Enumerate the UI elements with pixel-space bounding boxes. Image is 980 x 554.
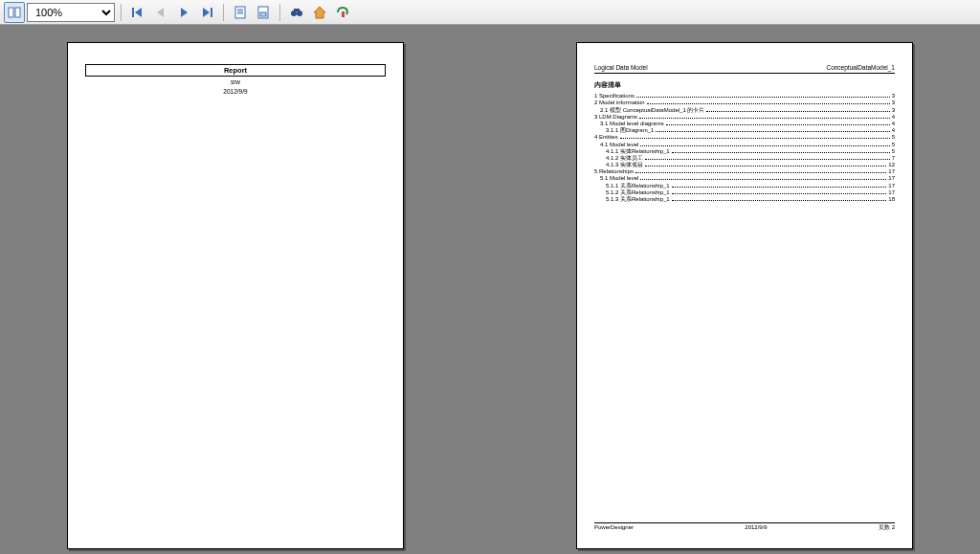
toc-leader <box>666 124 890 125</box>
footer-right: 页数 2 <box>879 524 895 531</box>
toc-label: 3.1 Model level diagrams <box>600 121 664 127</box>
toc-row: 4.1 Model level5 <box>594 142 895 148</box>
toc-row: 5.1.2 关系Relationship_117 <box>594 189 895 196</box>
toggle-two-page-button[interactable] <box>4 2 25 23</box>
page-setup-button[interactable] <box>230 2 251 23</box>
print-preview-icon <box>256 5 271 20</box>
toc-list: 1 Specifications32 Model information32.1… <box>594 93 895 203</box>
toc-leader <box>672 200 887 201</box>
toc-page-number: 17 <box>888 189 895 196</box>
toc-row: 4.1.2 实体员工7 <box>594 155 895 162</box>
toc-label: 5.1.3 关系Relationship_1 <box>606 196 670 203</box>
page-header: Logical Data Model ConceptualDataModel_1 <box>594 64 895 74</box>
toc-leader <box>656 131 889 132</box>
header-right: ConceptualDataModel_1 <box>826 64 895 72</box>
footer-left: PowerDesigner <box>594 524 634 531</box>
toc-row: 5 Relationships17 <box>594 168 895 175</box>
svg-rect-3 <box>211 8 212 17</box>
prev-page-button[interactable] <box>150 2 171 23</box>
toc-label: 3.1.1 图Diagram_1 <box>606 127 654 134</box>
close-preview-button[interactable] <box>332 2 353 23</box>
separator <box>121 4 122 21</box>
toc-label: 5.1.1 关系Relationship_1 <box>606 183 670 189</box>
svg-rect-0 <box>9 8 13 17</box>
toc-page-number: 12 <box>888 162 895 168</box>
toc-row: 3.1 Model level diagrams4 <box>594 121 895 127</box>
page-2: Logical Data Model ConceptualDataModel_1… <box>576 42 913 549</box>
page-setup-icon <box>233 5 248 20</box>
toc-page-number: 3 <box>892 107 895 114</box>
next-page-icon <box>176 5 191 20</box>
toc-page-number: 4 <box>892 114 895 121</box>
prev-page-icon <box>153 5 168 20</box>
toc-page-number: 17 <box>888 168 895 175</box>
toc-page-number: 4 <box>892 121 895 127</box>
report-date: 2012/9/9 <box>85 88 386 96</box>
toc-leader <box>672 152 890 153</box>
svg-rect-4 <box>235 7 245 18</box>
toc-label: 5 Relationships <box>594 168 634 175</box>
toc-page-number: 4 <box>892 127 895 134</box>
page-footer: PowerDesigner 2012/9/9 页数 2 <box>594 522 895 531</box>
toc-leader <box>672 187 887 188</box>
toc-page-number: 18 <box>888 196 895 203</box>
toc-leader <box>636 97 890 98</box>
toc-label: 4.1.3 实体项目 <box>606 162 643 168</box>
toc-label: 2 Model information <box>594 100 645 106</box>
toc-leader <box>645 166 886 166</box>
binoculars-icon <box>289 5 304 20</box>
pages-row: Report srw 2012/9/9 Logical Data Model C… <box>0 25 980 554</box>
page-1: Report srw 2012/9/9 <box>67 42 404 549</box>
pages-icon <box>7 5 22 20</box>
next-page-button[interactable] <box>173 2 194 23</box>
toc-leader <box>706 111 889 112</box>
toc-page-number: 3 <box>892 100 895 106</box>
toc-page-number: 17 <box>888 183 895 189</box>
toc-leader <box>635 172 886 173</box>
svg-rect-2 <box>132 8 134 17</box>
toc-label: 3 LDM Diagrams <box>594 114 637 121</box>
preview-workspace[interactable]: Report srw 2012/9/9 Logical Data Model C… <box>0 25 980 554</box>
toc-leader <box>640 145 889 146</box>
toc-page-number: 5 <box>892 134 895 141</box>
toc-leader <box>672 193 887 194</box>
toc-row: 2 Model information3 <box>594 100 895 106</box>
toc-page-number: 7 <box>892 155 895 162</box>
last-page-button[interactable] <box>196 2 217 23</box>
toc-label: 1 Specifications <box>594 93 635 100</box>
find-button[interactable] <box>286 2 307 23</box>
toc-row: 3.1.1 图Diagram_14 <box>594 127 895 134</box>
toc-row: 4.1.1 实体Relationship_15 <box>594 148 895 155</box>
first-page-button[interactable] <box>127 2 148 23</box>
zoom-select[interactable]: 100% <box>27 3 115 22</box>
toc-row: 3 LDM Diagrams4 <box>594 114 895 121</box>
toc-row: 4.1.3 实体项目12 <box>594 162 895 168</box>
toc-label: 2.1 模型 ConceptualDataModel_1 的卡片 <box>600 107 704 114</box>
close-preview-icon <box>335 5 350 20</box>
toc-label: 4.1 Model level <box>600 142 638 148</box>
home-button[interactable] <box>309 2 330 23</box>
toc-row: 1 Specifications3 <box>594 93 895 100</box>
separator <box>223 4 224 21</box>
toc-label: 4.1.1 实体Relationship_1 <box>606 148 670 155</box>
report-title: Report <box>224 66 247 75</box>
preview-toolbar: 100% <box>0 0 980 25</box>
toc-heading: 内容清单 <box>594 81 895 89</box>
last-page-icon <box>199 5 214 20</box>
svg-rect-12 <box>294 9 300 11</box>
toc-page-number: 17 <box>888 175 895 182</box>
toc-leader <box>645 159 890 160</box>
home-icon <box>312 5 327 20</box>
print-button[interactable] <box>253 2 274 23</box>
toc-row: 2.1 模型 ConceptualDataModel_1 的卡片3 <box>594 107 895 114</box>
footer-center: 2012/9/9 <box>745 524 767 531</box>
svg-rect-1 <box>15 8 20 17</box>
first-page-icon <box>130 5 145 20</box>
report-title-box: Report <box>85 64 386 77</box>
toc-row: 5.1.1 关系Relationship_117 <box>594 183 895 189</box>
toc-page-number: 5 <box>892 142 895 148</box>
header-left: Logical Data Model <box>594 64 648 72</box>
toc-label: 4.1.2 实体员工 <box>606 155 643 162</box>
toc-row: 4 Entities5 <box>594 134 895 141</box>
toc-row: 5.1 Model level17 <box>594 175 895 182</box>
